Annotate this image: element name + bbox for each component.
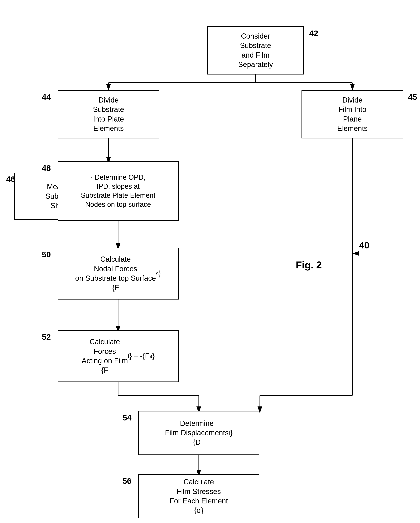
figure-label: Fig. 2 (296, 259, 322, 271)
determine-opd-box: · Determine OPD,IPD, slopes atSubstrate … (58, 161, 179, 221)
divide-film-box: DivideFilm IntoPlaneElements (302, 90, 403, 139)
label-42: 42 (309, 29, 318, 38)
nodal-forces-box: CalculateNodal Forceson Substrate top Su… (58, 248, 179, 300)
label-52: 52 (42, 333, 51, 342)
divide-substrate-box: DivideSubstrateInto PlateElements (58, 90, 159, 139)
label-45: 45 (408, 92, 417, 102)
diagram: ConsiderSubstrateand FilmSeparately 42 D… (0, 0, 420, 523)
label-40: 40 (359, 240, 369, 251)
consider-box: ConsiderSubstrateand FilmSeparately (207, 26, 304, 74)
label-56: 56 (123, 476, 132, 486)
film-stresses-box: CalculateFilm StressesFor Each Element{σ… (138, 474, 259, 518)
forces-film-box: CalculateForcesActing on Film{Ff} = -{Fs… (58, 330, 179, 382)
label-54: 54 (123, 413, 132, 422)
film-displacements-box: DetermineFilm Displacements{Df} (138, 411, 259, 455)
label-50: 50 (42, 250, 51, 259)
label-46: 46 (6, 175, 15, 184)
label-44: 44 (42, 92, 51, 102)
label-48: 48 (42, 163, 51, 173)
